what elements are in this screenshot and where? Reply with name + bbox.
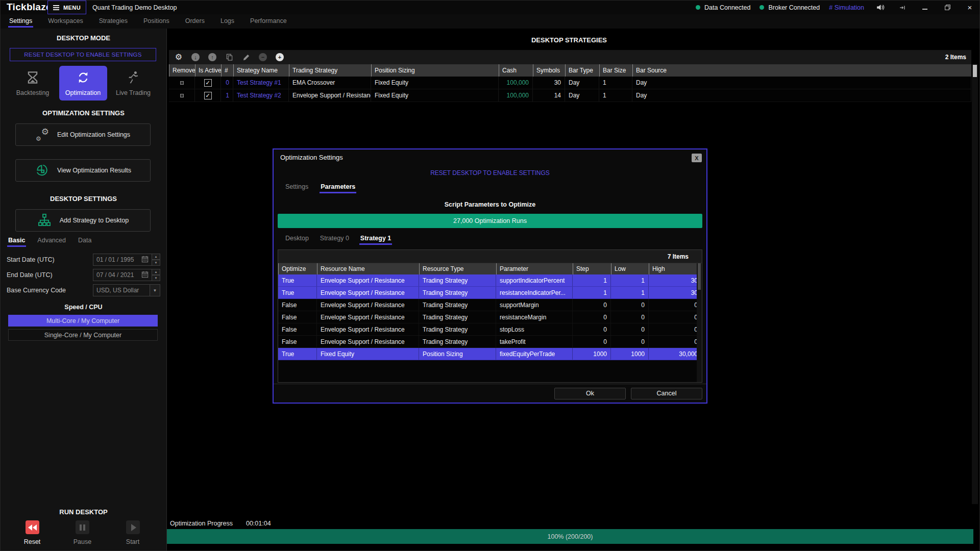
- minimize-icon[interactable]: [918, 3, 932, 13]
- optimize-flag: True: [278, 274, 317, 286]
- cancel-button[interactable]: Cancel: [631, 388, 702, 399]
- column-header-bar-type[interactable]: Bar Type: [565, 64, 599, 77]
- move-up-icon[interactable]: ↑: [208, 53, 217, 62]
- settings-tab-basic[interactable]: Basic: [8, 237, 25, 247]
- mode-button-live-trading[interactable]: Live Trading: [109, 66, 157, 101]
- column-header-bar-size[interactable]: Bar Size: [599, 64, 632, 77]
- column-header-remove[interactable]: Remove: [169, 64, 195, 77]
- duplicate-icon[interactable]: [225, 53, 234, 62]
- resource-type: Trading Strategy: [419, 274, 496, 286]
- remove-icon[interactable]: −: [258, 53, 267, 62]
- move-down-icon[interactable]: ↓: [191, 53, 200, 62]
- parameter-row[interactable]: TrueEnvelope Support / ResistanceTrading…: [278, 274, 702, 287]
- runner-icon: [126, 70, 141, 87]
- dialog-reset-link[interactable]: RESET DESKTOP TO ENABLE SETTINGS: [274, 169, 706, 177]
- tab-orders[interactable]: Orders: [184, 15, 206, 28]
- cash-value: 100,000: [499, 77, 533, 89]
- column-header-position-sizing[interactable]: Position Sizing: [371, 64, 499, 77]
- volume-icon[interactable]: [873, 3, 887, 13]
- spin-down-icon[interactable]: ▼: [152, 275, 160, 281]
- parameter-row[interactable]: FalseEnvelope Support / ResistanceTradin…: [278, 323, 702, 336]
- dialog-titlebar[interactable]: Optimization Settings: [274, 149, 706, 165]
- spin-up-icon[interactable]: ▲: [152, 269, 160, 275]
- dialog-strategy-tab-strategy-1[interactable]: Strategy 1: [360, 235, 391, 245]
- start-date-utc-input[interactable]: 01 / 01 / 1995: [93, 254, 152, 266]
- data-connected-status: Data Connected: [696, 4, 750, 11]
- parameter-row[interactable]: FalseEnvelope Support / ResistanceTradin…: [278, 336, 702, 348]
- checkbox-icon[interactable]: ✓: [204, 79, 212, 87]
- dialog-strategy-tab-desktop[interactable]: Desktop: [285, 235, 309, 245]
- reset-button[interactable]: Reset: [11, 520, 54, 545]
- close-icon[interactable]: ×: [963, 3, 976, 13]
- parameter-row[interactable]: FalseEnvelope Support / ResistanceTradin…: [278, 299, 702, 311]
- parameters-scrollbar[interactable]: [697, 263, 702, 382]
- settings-tab-data[interactable]: Data: [78, 237, 91, 247]
- pause-button[interactable]: Pause: [61, 520, 104, 545]
- strategy-row[interactable]: ✓0Test Strategy #1EMA CrossoverFixed Equ…: [169, 77, 971, 89]
- optimize-flag: True: [278, 348, 317, 360]
- add-strategy-button[interactable]: Add Strategy to Desktop: [15, 209, 151, 232]
- spin-down-icon[interactable]: ▼: [152, 260, 160, 266]
- menu-button[interactable]: MENU: [47, 1, 86, 14]
- edit-optimization-settings-button[interactable]: ⚙⚙ Edit Optimization Settings: [15, 123, 151, 146]
- dialog-footer: Ok Cancel: [274, 384, 706, 403]
- parameter-row[interactable]: TrueEnvelope Support / ResistanceTrading…: [278, 287, 702, 299]
- parameter-row[interactable]: FalseEnvelope Support / ResistanceTradin…: [278, 311, 702, 323]
- parameter-row[interactable]: TrueFixed EquityPosition SizingfixedEqui…: [278, 348, 702, 360]
- param-column-header-resource-name[interactable]: Resource Name: [317, 263, 419, 274]
- tab-performance[interactable]: Performance: [249, 15, 288, 28]
- tab-settings[interactable]: Settings: [8, 15, 33, 28]
- param-column-header-parameter[interactable]: Parameter: [496, 263, 573, 274]
- field-value: USD, US Dollar: [96, 287, 146, 294]
- param-column-header-optimize[interactable]: Optimize: [278, 263, 317, 274]
- tab-workspaces[interactable]: Workspaces: [47, 15, 84, 28]
- scrollbar-thumb[interactable]: [973, 65, 977, 77]
- column-header-[interactable]: #: [221, 64, 233, 77]
- param-column-header-high[interactable]: High: [649, 263, 702, 274]
- column-header-trading-strategy[interactable]: Trading Strategy: [289, 64, 371, 77]
- column-header-strategy-name[interactable]: Strategy Name: [233, 64, 289, 77]
- chevron-down-icon[interactable]: ▼: [150, 284, 160, 296]
- tab-strategies[interactable]: Strategies: [98, 15, 129, 28]
- tab-positions[interactable]: Positions: [142, 15, 170, 28]
- param-column-header-low[interactable]: Low: [611, 263, 649, 274]
- start-button[interactable]: Start: [111, 520, 154, 545]
- tab-logs[interactable]: Logs: [219, 15, 235, 28]
- column-header-cash[interactable]: Cash: [499, 64, 533, 77]
- column-header-bar-source[interactable]: Bar Source: [632, 64, 971, 77]
- edit-pencil-icon[interactable]: [241, 53, 251, 62]
- hamburger-icon: [53, 5, 59, 10]
- vertical-scrollbar[interactable]: [972, 64, 978, 504]
- column-header-symbols[interactable]: Symbols: [533, 64, 565, 77]
- dialog-tab-settings[interactable]: Settings: [285, 183, 308, 193]
- dock-icon[interactable]: [896, 3, 909, 13]
- low-value: 1000: [611, 348, 649, 360]
- speed-option-multi-core-my-computer[interactable]: Multi-Core / My Computer: [8, 315, 158, 327]
- speed-option-single-core-my-computer[interactable]: Single-Core / My Computer: [8, 329, 158, 341]
- end-date-utc-input[interactable]: 07 / 04 / 2021: [93, 269, 152, 281]
- mode-button-optimization[interactable]: Optimization: [59, 66, 107, 101]
- mode-button-backtesting[interactable]: Backtesting: [9, 66, 57, 101]
- restore-icon[interactable]: [941, 3, 954, 13]
- status-cluster: Data Connected Broker Connected # Simula…: [696, 1, 976, 14]
- dialog-strategy-tab-strategy-0[interactable]: Strategy 0: [320, 235, 349, 245]
- param-column-header-resource-type[interactable]: Resource Type: [419, 263, 496, 274]
- bar-source: Day: [632, 89, 971, 102]
- param-column-header-step[interactable]: Step: [573, 263, 611, 274]
- low-value: 0: [611, 311, 649, 323]
- settings-tab-advanced[interactable]: Advanced: [37, 237, 66, 247]
- dialog-close-icon[interactable]: X: [692, 154, 702, 162]
- reset-desktop-button[interactable]: RESET DESKTOP TO ENABLE SETTINGS: [10, 48, 156, 61]
- strategy-row[interactable]: ✓1Test Strategy #2Envelope Support / Res…: [169, 89, 971, 102]
- ok-button[interactable]: Ok: [554, 388, 626, 399]
- dialog-tab-parameters[interactable]: Parameters: [321, 183, 355, 193]
- step-value: 0: [573, 299, 611, 311]
- parameters-scrollbar-thumb[interactable]: [698, 263, 701, 290]
- spin-up-icon[interactable]: ▲: [152, 254, 160, 260]
- checkbox-icon[interactable]: ✓: [204, 92, 212, 99]
- add-icon[interactable]: +: [275, 53, 284, 62]
- view-optimization-results-button[interactable]: View Optimization Results: [15, 159, 151, 182]
- column-header-is-active[interactable]: Is Active: [195, 64, 221, 77]
- base-currency-code-select[interactable]: USD, US Dollar: [93, 284, 150, 296]
- settings-gear-icon[interactable]: ⚙: [174, 53, 183, 62]
